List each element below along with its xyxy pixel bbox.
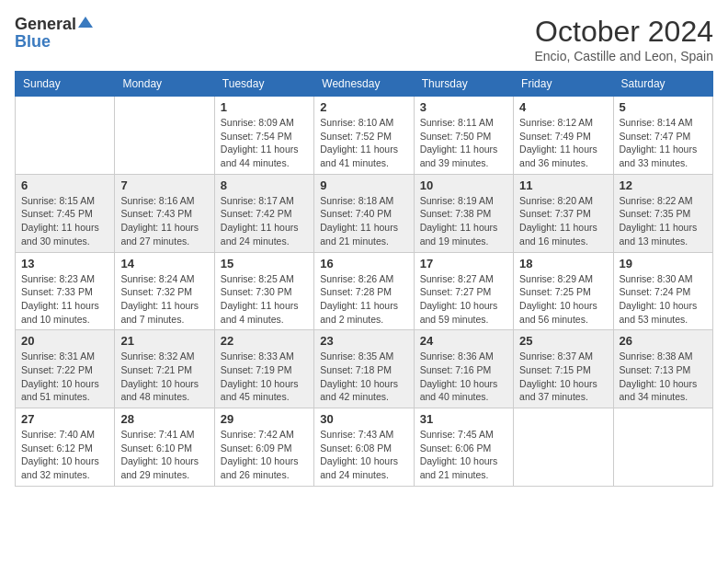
- calendar-cell: 8Sunrise: 8:17 AM Sunset: 7:42 PM Daylig…: [214, 174, 313, 252]
- day-number: 25: [519, 334, 607, 348]
- calendar-cell: 11Sunrise: 8:20 AM Sunset: 7:37 PM Dayli…: [514, 174, 613, 252]
- calendar-cell: 3Sunrise: 8:11 AM Sunset: 7:50 PM Daylig…: [414, 97, 513, 175]
- calendar-cell: 10Sunrise: 8:19 AM Sunset: 7:38 PM Dayli…: [414, 174, 513, 252]
- calendar-cell: 5Sunrise: 8:14 AM Sunset: 7:47 PM Daylig…: [613, 97, 712, 175]
- day-info: Sunrise: 8:11 AM Sunset: 7:50 PM Dayligh…: [420, 116, 507, 170]
- day-info: Sunrise: 8:36 AM Sunset: 7:16 PM Dayligh…: [420, 350, 507, 404]
- day-info: Sunrise: 8:18 AM Sunset: 7:40 PM Dayligh…: [320, 194, 407, 248]
- calendar-week-1: 1Sunrise: 8:09 AM Sunset: 7:54 PM Daylig…: [16, 97, 713, 175]
- day-number: 30: [320, 412, 407, 426]
- day-info: Sunrise: 8:31 AM Sunset: 7:22 PM Dayligh…: [21, 350, 108, 404]
- day-info: Sunrise: 8:37 AM Sunset: 7:15 PM Dayligh…: [519, 350, 607, 404]
- day-info: Sunrise: 8:38 AM Sunset: 7:13 PM Dayligh…: [620, 350, 707, 404]
- day-number: 7: [120, 178, 208, 192]
- calendar-cell: [16, 97, 115, 175]
- day-info: Sunrise: 7:45 AM Sunset: 6:06 PM Dayligh…: [420, 428, 507, 482]
- day-info: Sunrise: 7:40 AM Sunset: 6:12 PM Dayligh…: [21, 428, 108, 482]
- day-number: 12: [620, 178, 707, 192]
- day-info: Sunrise: 8:22 AM Sunset: 7:35 PM Dayligh…: [620, 194, 707, 248]
- calendar-week-2: 6Sunrise: 8:15 AM Sunset: 7:45 PM Daylig…: [16, 174, 713, 252]
- calendar-table: SundayMondayTuesdayWednesdayThursdayFrid…: [15, 71, 713, 487]
- calendar-cell: 1Sunrise: 8:09 AM Sunset: 7:54 PM Daylig…: [214, 97, 313, 175]
- calendar-cell: [514, 408, 613, 487]
- day-number: 31: [420, 412, 507, 426]
- logo-triangle-icon: [78, 15, 93, 29]
- calendar-cell: 31Sunrise: 7:45 AM Sunset: 6:06 PM Dayli…: [414, 408, 513, 487]
- calendar-cell: 15Sunrise: 8:25 AM Sunset: 7:30 PM Dayli…: [214, 252, 313, 330]
- day-info: Sunrise: 8:27 AM Sunset: 7:27 PM Dayligh…: [420, 272, 507, 327]
- day-number: 5: [620, 100, 707, 114]
- day-number: 2: [320, 100, 407, 114]
- day-info: Sunrise: 8:33 AM Sunset: 7:19 PM Dayligh…: [221, 350, 308, 404]
- page-header: General Blue October 2024 Encio, Castill…: [15, 15, 713, 63]
- calendar-cell: 4Sunrise: 8:12 AM Sunset: 7:49 PM Daylig…: [514, 97, 613, 175]
- day-info: Sunrise: 8:26 AM Sunset: 7:28 PM Dayligh…: [320, 272, 407, 327]
- calendar-cell: 9Sunrise: 8:18 AM Sunset: 7:40 PM Daylig…: [314, 174, 414, 252]
- calendar-cell: 19Sunrise: 8:30 AM Sunset: 7:24 PM Dayli…: [613, 252, 712, 330]
- weekday-header-sunday: Sunday: [16, 72, 115, 97]
- day-info: Sunrise: 7:43 AM Sunset: 6:08 PM Dayligh…: [320, 428, 407, 482]
- calendar-cell: 7Sunrise: 8:16 AM Sunset: 7:43 PM Daylig…: [115, 174, 214, 252]
- location-subtitle: Encio, Castille and Leon, Spain: [534, 49, 713, 63]
- calendar-body: 1Sunrise: 8:09 AM Sunset: 7:54 PM Daylig…: [16, 97, 713, 487]
- day-info: Sunrise: 8:19 AM Sunset: 7:38 PM Dayligh…: [420, 194, 507, 248]
- calendar-cell: 20Sunrise: 8:31 AM Sunset: 7:22 PM Dayli…: [16, 330, 115, 408]
- day-number: 17: [420, 257, 507, 270]
- calendar-week-3: 13Sunrise: 8:23 AM Sunset: 7:33 PM Dayli…: [16, 252, 713, 330]
- day-number: 9: [320, 178, 407, 192]
- day-number: 26: [620, 334, 707, 348]
- day-info: Sunrise: 8:14 AM Sunset: 7:47 PM Dayligh…: [620, 116, 707, 170]
- calendar-week-5: 27Sunrise: 7:40 AM Sunset: 6:12 PM Dayli…: [16, 408, 713, 487]
- day-number: 3: [420, 100, 507, 114]
- calendar-week-4: 20Sunrise: 8:31 AM Sunset: 7:22 PM Dayli…: [16, 330, 713, 408]
- day-number: 19: [620, 257, 707, 270]
- calendar-cell: 14Sunrise: 8:24 AM Sunset: 7:32 PM Dayli…: [115, 252, 214, 330]
- day-info: Sunrise: 7:42 AM Sunset: 6:09 PM Dayligh…: [221, 428, 308, 482]
- day-number: 28: [120, 412, 208, 426]
- weekday-header-monday: Monday: [115, 72, 214, 97]
- weekday-header-saturday: Saturday: [613, 72, 712, 97]
- logo-general-text: General: [15, 16, 76, 32]
- day-number: 4: [519, 100, 607, 114]
- day-number: 22: [221, 334, 308, 348]
- day-info: Sunrise: 8:12 AM Sunset: 7:49 PM Dayligh…: [519, 116, 607, 170]
- calendar-cell: 18Sunrise: 8:29 AM Sunset: 7:25 PM Dayli…: [514, 252, 613, 330]
- calendar-cell: [613, 408, 712, 487]
- day-info: Sunrise: 8:29 AM Sunset: 7:25 PM Dayligh…: [519, 272, 607, 327]
- day-info: Sunrise: 8:09 AM Sunset: 7:54 PM Dayligh…: [221, 116, 308, 170]
- day-info: Sunrise: 8:15 AM Sunset: 7:45 PM Dayligh…: [21, 194, 108, 248]
- calendar-cell: 28Sunrise: 7:41 AM Sunset: 6:10 PM Dayli…: [115, 408, 214, 487]
- day-number: 6: [21, 178, 108, 192]
- day-info: Sunrise: 8:24 AM Sunset: 7:32 PM Dayligh…: [120, 272, 208, 327]
- month-title: October 2024: [534, 15, 713, 49]
- day-info: Sunrise: 8:23 AM Sunset: 7:33 PM Dayligh…: [21, 272, 108, 327]
- svg-marker-0: [78, 17, 93, 28]
- calendar-cell: [115, 97, 214, 175]
- logo-blue-text: Blue: [15, 33, 51, 50]
- day-number: 21: [120, 334, 208, 348]
- day-number: 27: [21, 412, 108, 426]
- day-number: 20: [21, 334, 108, 348]
- calendar-cell: 22Sunrise: 8:33 AM Sunset: 7:19 PM Dayli…: [214, 330, 313, 408]
- day-info: Sunrise: 8:32 AM Sunset: 7:21 PM Dayligh…: [120, 350, 208, 404]
- day-number: 29: [221, 412, 308, 426]
- calendar-cell: 25Sunrise: 8:37 AM Sunset: 7:15 PM Dayli…: [514, 330, 613, 408]
- day-number: 23: [320, 334, 407, 348]
- day-number: 14: [120, 257, 208, 270]
- day-number: 24: [420, 334, 507, 348]
- calendar-cell: 2Sunrise: 8:10 AM Sunset: 7:52 PM Daylig…: [314, 97, 414, 175]
- logo: General Blue: [15, 15, 93, 50]
- day-info: Sunrise: 8:35 AM Sunset: 7:18 PM Dayligh…: [320, 350, 407, 404]
- calendar-header: SundayMondayTuesdayWednesdayThursdayFrid…: [16, 72, 713, 97]
- day-info: Sunrise: 7:41 AM Sunset: 6:10 PM Dayligh…: [120, 428, 208, 482]
- calendar-cell: 12Sunrise: 8:22 AM Sunset: 7:35 PM Dayli…: [613, 174, 712, 252]
- day-number: 15: [221, 257, 308, 270]
- day-number: 16: [320, 257, 407, 270]
- title-section: October 2024 Encio, Castille and Leon, S…: [534, 15, 713, 63]
- calendar-cell: 17Sunrise: 8:27 AM Sunset: 7:27 PM Dayli…: [414, 252, 513, 330]
- day-number: 11: [519, 178, 607, 192]
- weekday-header-tuesday: Tuesday: [214, 72, 313, 97]
- day-number: 13: [21, 257, 108, 270]
- day-info: Sunrise: 8:17 AM Sunset: 7:42 PM Dayligh…: [221, 194, 308, 248]
- day-number: 18: [519, 257, 607, 270]
